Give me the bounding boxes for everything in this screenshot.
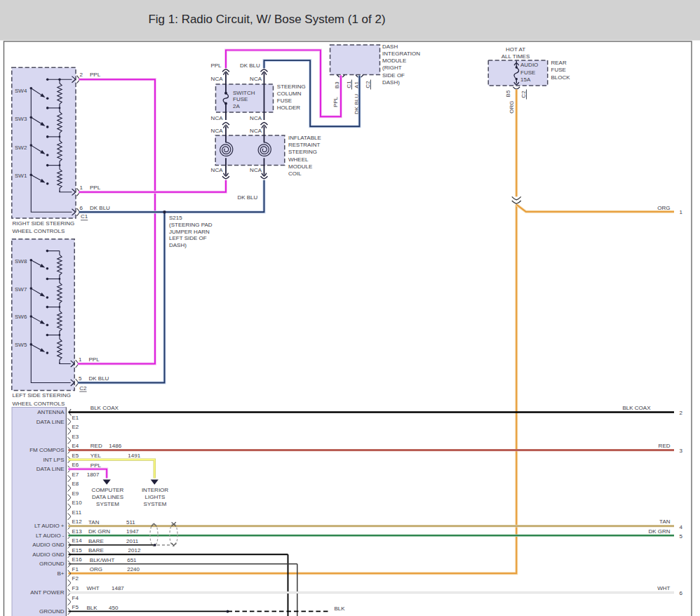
svg-text:E4: E4 [72,443,79,449]
svg-text:FUSE: FUSE [520,69,535,76]
svg-text:PPL: PPL [90,72,101,78]
svg-text:SYSTEM: SYSTEM [96,501,119,507]
svg-text:NCA: NCA [250,167,262,173]
svg-text:JUMPER HARN: JUMPER HARN [169,229,210,235]
svg-text:AUDIO: AUDIO [520,62,538,68]
svg-text:C1: C1 [346,81,352,88]
svg-text:1487: 1487 [112,585,124,591]
svg-text:DATA LINES: DATA LINES [92,494,123,500]
svg-text:6: 6 [680,590,683,596]
svg-text:MODULE: MODULE [382,58,406,64]
svg-text:SW6: SW6 [15,314,27,320]
svg-text:COMPUTER: COMPUTER [92,487,124,493]
svg-text:2012: 2012 [128,547,141,554]
svg-text:GROUND: GROUND [39,608,65,615]
svg-text:DK GRN: DK GRN [88,528,110,535]
svg-text:SIDE OF: SIDE OF [382,72,405,79]
svg-text:(RIGHT: (RIGHT [382,65,402,71]
svg-text:C2: C2 [79,385,87,391]
svg-text:3: 3 [680,448,683,454]
svg-text:ORG: ORG [90,566,102,573]
svg-text:ANTENNA: ANTENNA [37,409,65,415]
svg-text:C2: C2 [365,81,371,88]
svg-text:INTERIOR: INTERIOR [142,487,168,493]
svg-text:ORG: ORG [509,100,515,113]
svg-text:1: 1 [79,356,82,363]
svg-text:ANT POWER: ANT POWER [30,589,65,596]
svg-text:REAR: REAR [551,60,567,66]
svg-text:FUSE: FUSE [277,98,292,104]
svg-text:INFLATABLE: INFLATABLE [288,135,321,141]
svg-text:WHEEL CONTROLS: WHEEL CONTROLS [13,401,65,407]
svg-text:2: 2 [680,410,683,416]
svg-text:DATA LINE: DATA LINE [36,419,65,425]
svg-text:COLUMN: COLUMN [277,91,302,97]
svg-text:651: 651 [127,557,137,563]
svg-text:E10: E10 [72,500,83,506]
svg-text:C1: C1 [81,213,88,220]
svg-text:PPL: PPL [90,185,101,191]
svg-text:2A: 2A [233,103,240,109]
svg-text:1947: 1947 [126,528,139,535]
svg-text:E9: E9 [72,490,79,497]
svg-text:5: 5 [680,533,683,540]
svg-text:DK BLU: DK BLU [90,205,110,211]
svg-text:LEFT SIDE STEERING: LEFT SIDE STEERING [13,392,71,399]
svg-text:E2: E2 [72,424,79,430]
svg-text:E7: E7 [72,471,79,478]
svg-text:E12: E12 [72,518,83,525]
svg-text:BARE: BARE [88,538,104,544]
svg-text:2240: 2240 [127,566,140,573]
svg-text:BLK COAX: BLK COAX [90,405,119,411]
svg-text:DK BLU: DK BLU [89,375,109,382]
svg-text:STEERING: STEERING [277,83,306,90]
svg-text:5: 5 [79,375,82,382]
svg-text:F2: F2 [72,575,79,582]
svg-text:NCA: NCA [211,76,224,82]
svg-text:2: 2 [80,72,83,78]
svg-text:SWITCH: SWITCH [233,90,255,96]
svg-text:NCA: NCA [211,128,224,134]
svg-text:SW7: SW7 [15,286,27,293]
svg-text:PPL: PPL [210,62,222,69]
svg-text:F5: F5 [72,604,79,610]
svg-text:INT LPS: INT LPS [43,457,64,463]
svg-text:LEFT SIDE OF: LEFT SIDE OF [169,235,207,241]
svg-text:DASH): DASH) [169,242,187,248]
svg-text:PPL: PPL [90,462,102,469]
svg-text:S215: S215 [169,215,182,221]
svg-text:BLK: BLK [335,605,346,612]
svg-text:MODULE: MODULE [288,163,312,170]
svg-text:BLK: BLK [87,605,98,611]
svg-text:NCA: NCA [211,167,224,173]
svg-text:TAN: TAN [88,519,100,525]
svg-text:1486: 1486 [109,443,121,449]
svg-text:DK BLU: DK BLU [240,62,260,69]
svg-text:SW2: SW2 [15,145,27,151]
svg-text:BARE: BARE [88,547,104,554]
svg-text:FUSE: FUSE [551,67,566,73]
svg-text:ORG: ORG [657,205,670,211]
svg-text:1: 1 [680,209,683,215]
svg-text:RIGHT SIDE STEERING: RIGHT SIDE STEERING [13,220,75,227]
svg-text:SW4: SW4 [15,88,27,94]
svg-text:SW8: SW8 [15,258,27,265]
svg-text:SW3: SW3 [15,116,27,122]
svg-text:F4: F4 [72,595,79,601]
svg-text:WHT: WHT [657,585,670,591]
svg-text:Fig 1: Radio Circuit, W/ Bose: Fig 1: Radio Circuit, W/ Bose System (1 … [148,13,385,26]
svg-text:STEERING: STEERING [288,149,317,155]
svg-text:ALL TIMES: ALL TIMES [502,53,530,60]
svg-text:WHEEL: WHEEL [288,156,309,163]
svg-text:NCA: NCA [250,115,262,121]
svg-text:E1: E1 [72,415,79,421]
svg-text:E8: E8 [72,481,79,487]
svg-text:2011: 2011 [126,538,139,544]
svg-text:SW1: SW1 [15,173,27,179]
svg-text:LT AUDIO -: LT AUDIO - [36,533,65,539]
svg-text:DASH: DASH [382,43,398,50]
svg-text:HOT AT: HOT AT [506,46,525,53]
svg-text:LIGHTS: LIGHTS [145,494,166,500]
svg-text:(STEERING PAD: (STEERING PAD [169,222,213,228]
svg-text:BLK COAX: BLK COAX [622,405,651,411]
